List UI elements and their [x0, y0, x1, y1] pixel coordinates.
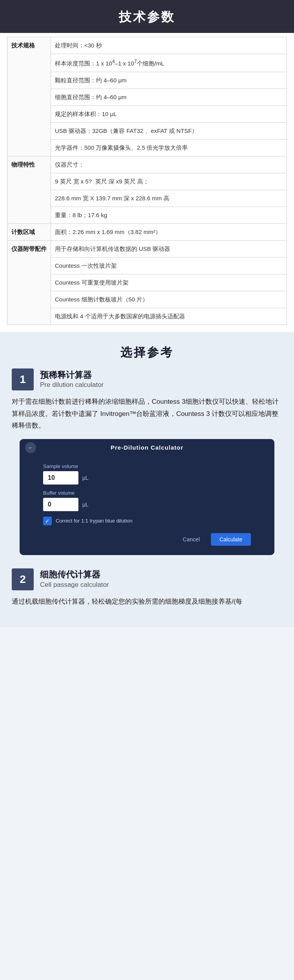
buffer-volume-row: 0 μL	[43, 498, 251, 511]
selection-header: 选择参考	[0, 332, 294, 368]
calc-buttons: Cancel Calculate	[43, 533, 251, 546]
highlight-countess3: Countess 3	[152, 398, 185, 405]
table-row: 物理特性 仪器尺寸：	[7, 156, 287, 173]
selection-section: 选择参考 1 预稀释计算器 Pre dilution calculator 对于…	[0, 332, 294, 627]
tech-spec-label: 技术规格	[7, 37, 51, 156]
checkbox-label: Correct for 1:1 trypan blue dilution	[56, 518, 132, 524]
tech-spec-value-2: 样本浓度范围：1 x 104–1 x 107个细胞/mL	[51, 54, 287, 72]
feature-title-en-1: Pre dilution calculator	[40, 381, 104, 389]
cancel-button[interactable]: Cancel	[176, 533, 207, 546]
feature-title-text-2: 细胞传代计算器 Cell passage calculator	[40, 569, 109, 589]
counting-area-value: 面积：2.26 mm x 1.69 mm（3.82 mm²）	[51, 224, 287, 241]
tech-spec-value-4: 细胞直径范围：约 4–60 μm	[51, 89, 287, 106]
calculate-button[interactable]: Calculate	[211, 533, 251, 546]
tech-table-wrapper: 技术规格 处理时间：<30 秒 样本浓度范围：1 x 104–1 x 107个细…	[0, 33, 294, 332]
buffer-volume-unit: μL	[82, 501, 89, 508]
feature-desc-2: 通过机载细胞传代计算器，轻松确定您的实验所需的细胞梯度及细胞接养基/(每	[12, 596, 282, 612]
buffer-volume-label: Buffer volume	[43, 490, 251, 496]
tech-spec-value-7: 光学器件：500 万像素摄像头、2.5 倍光学放大倍率	[51, 140, 287, 156]
accessory-value-5: 电源线和 4 个适用于大多数国家的电源插头适配器	[51, 308, 287, 325]
sample-volume-row: 10 μL	[43, 471, 251, 485]
accessories-label: 仪器附带配件	[7, 241, 51, 325]
feature-item-2: 2 细胞传代计算器 Cell passage calculator 通过机载细胞…	[0, 568, 294, 616]
table-row: 技术规格 处理时间：<30 秒	[7, 37, 287, 54]
accessory-value-1: 用于存储和向计算机传送数据的 USB 驱动器	[51, 241, 287, 258]
physical-spec-value-1: 仪器尺寸：	[51, 156, 287, 173]
sample-volume-label: Sample volume	[43, 463, 251, 469]
table-row: 计数区域 面积：2.26 mm x 1.69 mm（3.82 mm²）	[7, 224, 287, 241]
sample-volume-unit: μL	[82, 475, 89, 481]
tech-spec-value-1: 处理时间：<30 秒	[51, 37, 287, 54]
physical-spec-label: 物理特性	[7, 156, 51, 224]
physical-spec-value-2: 9 英尺 宽 x 5? 英尺 深 x9 英尺 高；	[51, 173, 287, 190]
buffer-volume-input[interactable]: 0	[43, 498, 78, 511]
accessory-value-3: Countess 可重复使用玻片架	[51, 274, 287, 291]
pre-dilution-calculator: ← Pre-Dilution Calculator Sample volume …	[20, 439, 274, 555]
calc-body: Sample volume 10 μL Buffer volume 0 μL ✓…	[20, 456, 274, 555]
table-row: 仪器附带配件 用于存储和向计算机传送数据的 USB 驱动器	[7, 241, 287, 258]
tech-spec-value-3: 颗粒直径范围：约 4–60 μm	[51, 72, 287, 89]
checkbox-row: ✓ Correct for 1:1 trypan blue dilution	[43, 517, 251, 525]
tech-table: 技术规格 处理时间：<30 秒 样本浓度范围：1 x 104–1 x 107个细…	[7, 37, 287, 325]
calc-back-button[interactable]: ←	[25, 442, 36, 453]
trypan-blue-checkbox[interactable]: ✓	[43, 517, 52, 525]
feature-item-1: 1 预稀释计算器 Pre dilution calculator 对于需在细胞计…	[0, 368, 294, 568]
feature-title-en-2: Cell passage calculator	[40, 581, 109, 589]
feature-title-row-2: 2 细胞传代计算器 Cell passage calculator	[12, 568, 282, 590]
tech-params-section: 技术参数 技术规格 处理时间：<30 秒 样本浓度范围：1 x 104–1 x …	[0, 0, 294, 332]
tech-title: 技术参数	[0, 9, 294, 26]
counting-area-label: 计数区域	[7, 224, 51, 241]
calc-topbar: ← Pre-Dilution Calculator	[20, 439, 274, 456]
accessory-value-4: Countess 细胞计数板玻片（50 片）	[51, 291, 287, 308]
feature-title-zh-1: 预稀释计算器	[40, 370, 104, 381]
sample-volume-input[interactable]: 10	[43, 471, 78, 485]
tech-header: 技术参数	[0, 0, 294, 33]
tech-spec-value-6: USB 驱动器：32GB（兼容 FAT32 、exFAT 或 NTSF）	[51, 123, 287, 140]
feature-title-zh-2: 细胞传代计算器	[40, 569, 109, 581]
selection-title: 选择参考	[0, 345, 294, 361]
accessory-value-2: Countess 一次性玻片架	[51, 258, 287, 274]
feature-title-row-1: 1 预稀释计算器 Pre dilution calculator	[12, 368, 282, 390]
feature-title-text-1: 预稀释计算器 Pre dilution calculator	[40, 370, 104, 390]
physical-spec-value-4: 重量：8 lb；17.6 kg	[51, 207, 287, 224]
feature-number-1: 1	[12, 368, 34, 390]
calc-title: Pre-Dilution Calculator	[36, 444, 258, 451]
feature-desc-1: 对于需在细胞计数前进行稀释的浓缩细胞样品，Countess 3细胞计数仪可以快速…	[12, 396, 282, 439]
feature-number-2: 2	[12, 568, 34, 590]
physical-spec-value-3: 228.6 mm 宽 X 139.7 mm 深 x 228.6 mm 高	[51, 190, 287, 207]
tech-spec-value-5: 规定的样本体积：10 μL	[51, 106, 287, 123]
